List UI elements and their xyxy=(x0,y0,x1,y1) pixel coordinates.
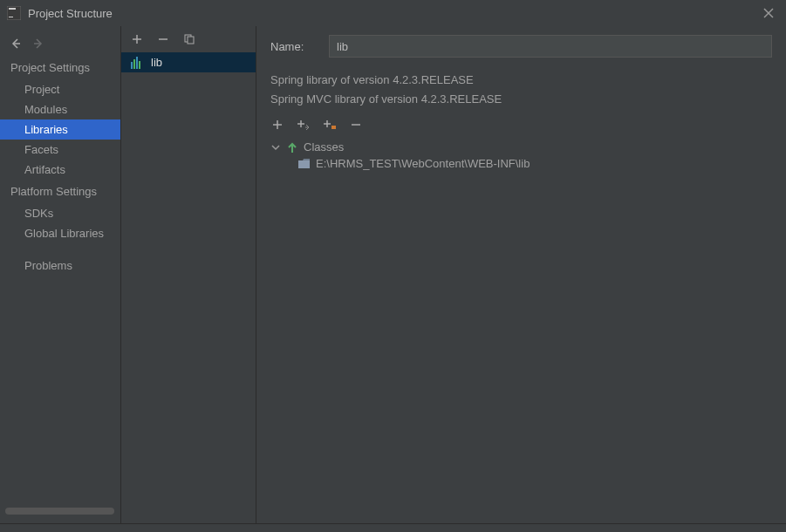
remove-root-button[interactable] xyxy=(349,118,363,132)
add-root-button[interactable] xyxy=(270,118,284,132)
chevron-down-icon xyxy=(270,142,281,153)
svg-rect-25 xyxy=(298,160,310,168)
dialog-content: Project Settings Project Modules Librari… xyxy=(0,26,786,523)
classes-icon xyxy=(286,141,298,153)
nav-item-artifacts[interactable]: Artifacts xyxy=(0,160,120,180)
roots-toolbar xyxy=(270,118,772,132)
nav-item-libraries[interactable]: Libraries xyxy=(0,119,120,140)
libraries-list-panel: lib xyxy=(121,26,256,523)
svg-rect-12 xyxy=(131,62,133,69)
app-icon xyxy=(7,6,21,20)
svg-rect-13 xyxy=(133,59,135,69)
svg-rect-2 xyxy=(9,17,13,17)
nav-item-problems[interactable]: Problems xyxy=(0,256,120,276)
name-field-row: Name: xyxy=(270,35,772,58)
nav-item-project[interactable]: Project xyxy=(0,79,120,99)
nav-item-sdks[interactable]: SDKs xyxy=(0,203,120,223)
library-item-label: lib xyxy=(151,56,162,69)
svg-rect-23 xyxy=(331,126,336,129)
tree-child-label: E:\HRMS_TEST\WebContent\WEB-INF\lib xyxy=(316,157,530,170)
list-toolbar xyxy=(121,26,256,52)
tree-root-classes[interactable]: Classes xyxy=(270,139,772,155)
forward-button xyxy=(30,35,47,52)
dialog-footer xyxy=(0,523,786,532)
library-name-input[interactable] xyxy=(329,35,772,58)
svg-rect-14 xyxy=(136,57,138,69)
libraries-list: lib xyxy=(121,52,256,523)
library-roots-tree: Classes E:\HRMS_TEST\WebContent\WEB-INF\… xyxy=(270,139,772,172)
nav-item-facets[interactable]: Facets xyxy=(0,140,120,160)
add-library-button[interactable] xyxy=(130,32,144,46)
section-project-settings: Project Settings xyxy=(0,56,120,79)
tree-root-label: Classes xyxy=(304,140,344,153)
spring-mvc-version-info: Spring MVC library of version 4.2.3.RELE… xyxy=(270,91,772,108)
titlebar: Project Structure xyxy=(0,0,786,26)
folder-icon xyxy=(298,158,311,170)
copy-library-button[interactable] xyxy=(182,32,196,46)
nav-item-global-libraries[interactable]: Global Libraries xyxy=(0,223,120,243)
close-button[interactable] xyxy=(758,3,779,24)
library-icon xyxy=(130,57,144,69)
project-structure-dialog: Project Structure Project Settings Proje… xyxy=(0,0,786,532)
name-label: Name: xyxy=(270,40,318,53)
library-item-lib[interactable]: lib xyxy=(121,52,256,72)
add-download-root-button[interactable] xyxy=(297,118,311,132)
nav-item-modules[interactable]: Modules xyxy=(0,99,120,119)
svg-rect-15 xyxy=(139,61,140,69)
sidebar: Project Settings Project Modules Librari… xyxy=(0,26,121,523)
tree-child-path[interactable]: E:\HRMS_TEST\WebContent\WEB-INF\lib xyxy=(298,155,772,172)
window-title: Project Structure xyxy=(28,7,758,20)
sidebar-scrollbar[interactable] xyxy=(5,508,114,515)
spring-version-info: Spring library of version 4.2.3.RELEASE xyxy=(270,72,772,89)
svg-rect-11 xyxy=(188,37,194,44)
svg-rect-1 xyxy=(9,8,16,10)
add-specify-root-button[interactable] xyxy=(323,118,337,132)
remove-library-button[interactable] xyxy=(156,32,170,46)
section-platform-settings: Platform Settings xyxy=(0,180,120,203)
nav-history xyxy=(0,31,120,56)
library-details-panel: Name: Spring library of version 4.2.3.RE… xyxy=(256,26,786,523)
back-button[interactable] xyxy=(7,35,24,52)
